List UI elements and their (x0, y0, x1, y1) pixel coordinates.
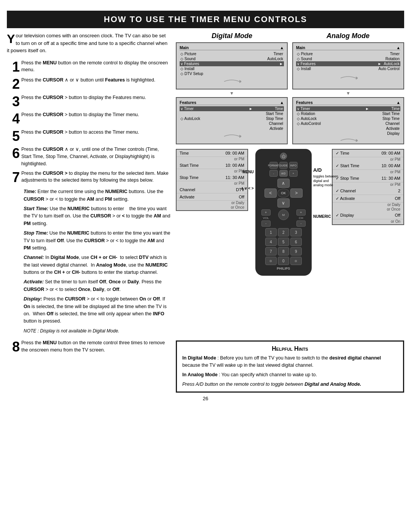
remote-btn-guide[interactable]: GUIDE (279, 162, 288, 169)
analog-main-arrow-up: ▲ (397, 45, 400, 50)
num-btn-6[interactable]: 6 (290, 238, 302, 246)
analog-stoptime-sub: or PM (333, 182, 403, 187)
dpad-up[interactable]: ∧ (277, 179, 290, 188)
bottom-section: 8 Press the MENU button on the remote co… (0, 338, 411, 393)
analog-features-autocontrol: ◇ AutoControlChannel (296, 121, 400, 126)
digital-features-menu-screen: Features ▲ ∨ Timer►Time Start Time ◇ Aut… (176, 97, 288, 144)
remote-right-labels: A/D toggles between digital and analog m… (313, 149, 339, 219)
menu-label: MENU (242, 170, 253, 174)
num-btn-1[interactable]: 1 (265, 228, 277, 236)
step-text-2: Press the CURSOR ∧ or ∨ button until Fea… (21, 75, 170, 93)
step-number-5: 5 (7, 128, 21, 145)
vol-up-btn[interactable]: + (261, 209, 271, 216)
activate-note: Activate: Set the timer to turn itself O… (24, 278, 170, 293)
channel-note: Channel: In Digital Mode, use CH + or CH… (24, 254, 170, 276)
analog-stoptime-row: ✓ Stop Time 11: 30 AM (333, 175, 403, 182)
start-time-note: Start Time: Use the NUMERIC buttons to e… (24, 205, 170, 227)
analog-features-rotation: ◇ RotationStart Time (296, 111, 400, 116)
step-row-5: 5 Press the CURSOR > button to access th… (7, 128, 170, 145)
hint-digital: In Digital Mode : Before you turn off th… (182, 355, 398, 369)
analog-main-title: Main (296, 45, 305, 50)
analog-channel-value: 2 (398, 189, 400, 193)
dpad-left[interactable]: < (264, 189, 277, 198)
num-btn-9[interactable]: 9 (290, 247, 302, 256)
digital-activate-sub2: or Once (177, 205, 247, 210)
digital-channel-row: Channel DTV (177, 186, 247, 193)
analog-features-display: Display (296, 131, 400, 136)
digital-features-arrow-up: ▲ (280, 100, 284, 105)
remote-body: ⏻ FORMAT GUIDE INFO - A/D (255, 149, 312, 276)
remote-btn-ad[interactable]: A/D (279, 170, 288, 177)
analog-features-timer: ∨ Timer►Time (296, 106, 400, 111)
brand-label: PHILIPS (259, 267, 308, 270)
vol-label: VOL (263, 216, 269, 220)
analog-time-row: ✓ Time 09: 00 AM (333, 150, 403, 157)
hint-ad: Press A/D button on the remote control t… (182, 381, 398, 388)
helpful-hints-area: Helpful Hints In Digital Mode : Before y… (176, 338, 404, 393)
step-number-7: 7 (7, 169, 21, 186)
digital-main-scroll-area (180, 78, 284, 85)
dpad-empty-br (290, 198, 303, 208)
remote-btn-info[interactable]: INFO (289, 162, 298, 169)
remote-btn-minus[interactable]: - (269, 170, 278, 177)
dpad-empty-tl (264, 179, 277, 188)
digital-starttime-row: Start Time 10: 00 AM (177, 162, 247, 169)
num-btn-7[interactable]: 7 (265, 247, 277, 256)
step-text-3: Press the CURSOR > button to display the… (21, 93, 170, 110)
remote-control-area: MENU ∧ ∨ < > ⏻ FORMAT (252, 149, 328, 276)
num-btn-0[interactable]: 0 (278, 257, 289, 265)
analog-menu-item-picture: ◇ PictureTimer (296, 51, 400, 56)
mute-btn[interactable]: M (278, 209, 289, 220)
stop-time-note: Stop Time: Use the NUMERIC buttons to en… (24, 230, 170, 252)
num-btn-5[interactable]: 5 (278, 238, 289, 246)
analog-starttime-value: 10: 00 AM (381, 163, 400, 168)
analog-menu-item-install: ◇ InstallAuto Control (296, 66, 400, 71)
analog-menu-item-sound: ◇ SoundRotation (296, 56, 400, 61)
num-btn-3[interactable]: 3 (290, 228, 302, 236)
num-btn-next[interactable]: ⊙ (290, 257, 302, 265)
ch-up-btn[interactable]: + (296, 209, 306, 216)
intro-paragraph: Your television comes with an onscreen c… (7, 32, 170, 54)
remote-left-labels: MENU ∧ ∨ < > (241, 149, 254, 190)
analog-features-activate: Activate (296, 126, 400, 131)
dpad-down[interactable]: ∨ (277, 198, 290, 208)
analog-features-autolock: ◇ AutoLockStop Time (296, 116, 400, 121)
step-row-6: 6 Press the CURSOR ∧ or ∨, until one of … (7, 145, 170, 168)
digital-menu-item-sound: ◇ SoundAutoLock (180, 56, 284, 61)
digital-activate-sub1: or Daily (177, 201, 247, 205)
digital-down-arrow: ▼ (176, 91, 288, 96)
digital-features-title: Features (180, 100, 196, 105)
remote-btn-format[interactable]: FORMAT (269, 162, 278, 169)
digital-time-row: Time 09: 00 AM (177, 150, 247, 157)
digital-features-autolock: ◇ AutoLockStop Time (180, 116, 284, 121)
scroll-arrow2-svg (222, 133, 241, 140)
step-row-4: 4 Press the CURSOR > button to display t… (7, 110, 170, 128)
digital-activate-label: Activate (180, 195, 194, 199)
num-btn-8[interactable]: 8 (278, 247, 289, 256)
digital-time-label: Time (180, 151, 189, 155)
ch-down-btn[interactable]: - (296, 220, 306, 227)
dpad-center[interactable]: OK (277, 189, 290, 198)
step-text-6: Press the CURSOR ∧ or ∨, until one of th… (21, 145, 170, 168)
remote-btn-plus[interactable]: + (289, 170, 298, 177)
num-btn-2[interactable]: 2 (278, 228, 289, 236)
num-btn-prev[interactable]: ⊙ (265, 257, 277, 265)
digital-stoptime-label: Stop Time (180, 175, 199, 180)
nav-label: ∧ ∨ < > (241, 186, 254, 190)
drop-cap: Y (7, 33, 15, 45)
remote-second-row: - A/D + (259, 170, 308, 177)
page-title: HOW TO USE THE TIMER MENU CONTROLS (7, 11, 404, 28)
remote-dpad: ∧ < OK > ∨ (264, 179, 303, 208)
step-number-8: 8 (7, 338, 21, 356)
analog-stoptime-value: 11: 30 AM (381, 176, 400, 181)
step-row-2: 2 Press the CURSOR ∧ or ∨ button until F… (7, 75, 170, 93)
dpad-right[interactable]: > (290, 189, 303, 198)
num-btn-4[interactable]: 4 (265, 238, 277, 246)
analog-timer-panel: ✓ Time 09: 00 AM or PM ✓ Start Time 10: … (332, 149, 404, 225)
power-button[interactable]: ⏻ (280, 153, 287, 160)
digital-menu-item-picture: ◇ PictureTimer (180, 51, 284, 56)
vol-down-btn[interactable]: - (261, 220, 271, 227)
digital-features-channel: Channel (180, 121, 284, 126)
display-note-digital: NOTE : Display is not available in Digit… (24, 328, 170, 335)
digital-features-starttime: Start Time (180, 111, 284, 116)
